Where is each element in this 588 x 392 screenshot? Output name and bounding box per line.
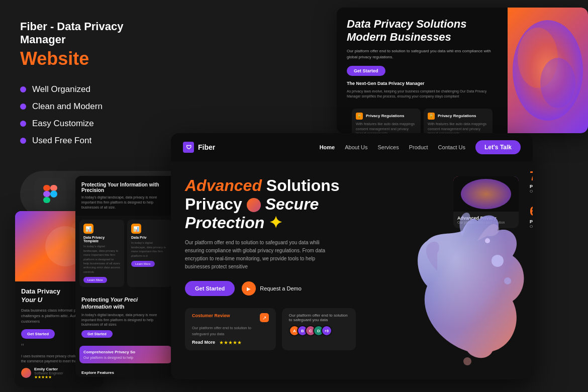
next-gen-title: The Next-Gen Data Privacy Manager bbox=[347, 81, 498, 86]
avatar-group: A B C D +9 bbox=[289, 325, 349, 336]
bullet-icon bbox=[20, 121, 26, 127]
bottom-cta-button[interactable]: Get Started bbox=[21, 329, 55, 339]
shield-icon-1: 🔒 bbox=[356, 113, 363, 120]
svg-point-13 bbox=[540, 58, 575, 108]
hero-lets-talk-button[interactable]: Let's Talk bbox=[475, 140, 521, 154]
middle-feat-card-2: 📊 Data Priv In today's digital landscape… bbox=[127, 220, 172, 287]
feature-item-2: Clean and Modern bbox=[20, 102, 171, 112]
top-right-heading: Data Privacy Solutions Modern Businesses bbox=[347, 18, 498, 44]
advanced-card-image bbox=[453, 176, 519, 212]
reviewer-avatar bbox=[21, 368, 31, 378]
review-footer: Read More ★★★★★ bbox=[192, 340, 269, 345]
avatar-count: +9 bbox=[321, 325, 332, 336]
svg-rect-2 bbox=[43, 191, 50, 197]
hero-nav-links: Home About Us Services Product Contact U… bbox=[320, 144, 465, 150]
data-icon-1: 📊 bbox=[83, 224, 93, 234]
feature-cards-row: 🔒 Privacy Regulations With features like… bbox=[347, 104, 498, 133]
review-box-2: Our platform offer end to solution to sa… bbox=[282, 308, 356, 350]
nav-home[interactable]: Home bbox=[320, 144, 335, 150]
middle-card: Protecting Your Information with Precisi… bbox=[75, 176, 176, 377]
feature-card-2: 🔒 Privacy Regulations With features like… bbox=[424, 109, 493, 133]
hero-text-area: Advanced Solutions Privacy Secure Protec… bbox=[171, 161, 370, 379]
top-right-cta-button[interactable]: Get Started bbox=[347, 66, 385, 76]
bullet-icon bbox=[20, 138, 26, 144]
figma-icon bbox=[34, 178, 66, 210]
nav-contact[interactable]: Contact Us bbox=[438, 144, 465, 150]
hero-card: 🛡 Fiber Home About Us Services Product C… bbox=[171, 133, 533, 379]
get-started-btn[interactable]: Get Started bbox=[81, 330, 113, 338]
svg-point-19 bbox=[492, 255, 504, 267]
features-list: Well Organized Clean and Modern Easy Cus… bbox=[20, 84, 171, 146]
top-right-content: Data Privacy Solutions Modern Businesses… bbox=[337, 8, 508, 133]
middle-card-header: Protecting Your Information with Precisi… bbox=[75, 176, 176, 216]
play-icon: ▶ bbox=[242, 281, 256, 296]
nav-about[interactable]: About Us bbox=[345, 144, 367, 150]
review-box-1: Costumer Review ↗ Our platform offer end… bbox=[185, 308, 276, 350]
hero-right-area: Advanced Privacy Our platform offer and … bbox=[370, 161, 533, 379]
stat-775: 775+ Privacy and Strengthen Our platform… bbox=[530, 168, 533, 193]
stars: ★★★★★ bbox=[34, 375, 63, 379]
svg-rect-3 bbox=[43, 197, 50, 203]
hero-heading: Advanced Solutions Privacy Secure Protec… bbox=[185, 176, 356, 232]
middle-protecting-section: Protecting Your PreciInformation with In… bbox=[75, 291, 176, 343]
middle-feat-card-1: 📊 Data Privacy Template In today's digit… bbox=[79, 220, 124, 287]
feature-card-1: 🔒 Privacy Regulations With features like… bbox=[352, 109, 421, 133]
shield-icon-2: 🔒 bbox=[428, 113, 435, 120]
logo-shield-icon: 🛡 bbox=[183, 142, 194, 153]
hero-logo: 🛡 Fiber bbox=[183, 142, 215, 153]
top-right-decorative-image bbox=[508, 8, 588, 133]
svg-point-21 bbox=[485, 238, 490, 243]
review-boxes: Costumer Review ↗ Our platform offer end… bbox=[185, 308, 356, 350]
svg-point-18 bbox=[461, 179, 511, 209]
middle-feature-grid: 📊 Data Privacy Template In today's digit… bbox=[75, 216, 176, 291]
data-icon-2: 📊 bbox=[131, 224, 141, 234]
product-title: Fiber - Data Privacy Manager bbox=[20, 20, 171, 46]
nav-product[interactable]: Product bbox=[409, 144, 428, 150]
explore-section: Explore Features In today's digital land… bbox=[75, 366, 176, 377]
link-arrow-icon: ↗ bbox=[260, 313, 269, 322]
get-started-button[interactable]: Get Started bbox=[185, 281, 235, 296]
hero-navbar: 🛡 Fiber Home About Us Services Product C… bbox=[171, 133, 533, 161]
feature-item-4: Used Free Font bbox=[20, 136, 171, 146]
svg-point-22 bbox=[463, 357, 471, 365]
svg-point-4 bbox=[50, 190, 57, 198]
svg-rect-0 bbox=[43, 185, 50, 191]
hero-buttons: Get Started ▶ Request a Demo bbox=[185, 281, 356, 296]
read-more-link[interactable]: Read More bbox=[192, 340, 215, 345]
next-gen-desc: As privacy laws evolve, keeping your bus… bbox=[347, 89, 498, 100]
bullet-icon bbox=[20, 86, 26, 92]
product-subtitle: Website bbox=[20, 48, 171, 69]
learn-more-2[interactable]: Learn More bbox=[131, 261, 155, 267]
svg-point-20 bbox=[504, 277, 511, 284]
learn-more-1[interactable]: Learn More bbox=[83, 277, 107, 283]
top-right-preview-card: Data Privacy Solutions Modern Businesses… bbox=[337, 8, 588, 133]
nav-services[interactable]: Services bbox=[377, 144, 399, 150]
svg-rect-1 bbox=[50, 185, 57, 191]
rating-stars: ★★★★★ bbox=[219, 340, 242, 345]
hero-body: Advanced Solutions Privacy Secure Protec… bbox=[171, 161, 533, 379]
comprehensive-banner: Comprehensive Privacy So Our platform is… bbox=[79, 346, 172, 363]
feature-item-3: Easy Customize bbox=[20, 119, 171, 129]
feature-item-1: Well Organized bbox=[20, 84, 171, 94]
bullet-icon bbox=[20, 104, 26, 110]
liquid-3d-object bbox=[387, 211, 533, 379]
demo-button[interactable]: ▶ Request a Demo bbox=[242, 281, 302, 296]
